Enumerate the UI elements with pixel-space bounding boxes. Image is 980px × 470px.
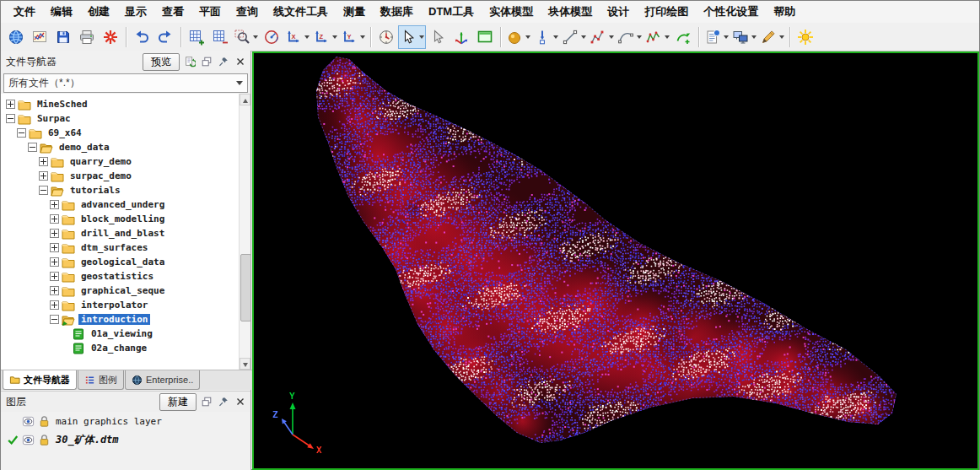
expand-icon[interactable] (39, 171, 48, 181)
layer-checkbox[interactable] (6, 415, 19, 428)
world-button[interactable] (4, 25, 28, 49)
axis-x-button[interactable]: X (283, 25, 311, 49)
scrollbar-thumb[interactable] (240, 254, 251, 321)
dropdown-arrow-icon[interactable] (360, 35, 365, 39)
save-button[interactable] (51, 25, 75, 49)
dropdown-arrow-icon[interactable] (609, 35, 614, 39)
profile-chart-button[interactable] (28, 25, 51, 49)
redo-button[interactable] (153, 25, 177, 49)
dropdown-arrow-icon[interactable] (637, 35, 642, 39)
tree-item-demo-data[interactable]: demo_data (1, 140, 250, 154)
pin-panel-icon[interactable] (216, 395, 230, 409)
menu-item-design[interactable]: 设计 (600, 1, 637, 23)
axis-y-button[interactable]: Y (339, 25, 367, 49)
tree-item-drill-and-blast[interactable]: drill_and_blast (1, 226, 250, 240)
menu-item-plane[interactable]: 平面 (191, 1, 229, 23)
menu-item-block-model[interactable]: 块体模型 (541, 1, 600, 23)
report-doc-button[interactable] (703, 25, 730, 49)
dropdown-arrow-icon[interactable] (419, 35, 424, 39)
tree-item-quarry-demo[interactable]: quarry_demo (1, 154, 250, 169)
digitise-point-button[interactable] (532, 25, 560, 49)
tree-item-tutorials[interactable]: tutorials (1, 183, 250, 197)
line-tool-button[interactable] (560, 25, 588, 49)
float-panel-icon[interactable] (199, 55, 213, 69)
tree-item-geostatistics[interactable]: geostatistics (1, 269, 250, 284)
expand-icon[interactable] (6, 100, 15, 109)
dropdown-arrow-icon[interactable] (525, 35, 530, 39)
tab-legend[interactable]: 图例 (78, 370, 124, 390)
menu-item-display[interactable]: 显示 (117, 1, 154, 23)
model-canvas[interactable] (254, 53, 977, 468)
menu-item-help[interactable]: 帮助 (766, 1, 803, 23)
viewport-window-button[interactable] (473, 25, 497, 49)
new-layer-button[interactable]: 新建 (159, 393, 197, 411)
layer-row[interactable]: main graphics layer (1, 412, 250, 430)
menu-item-dtm-tools[interactable]: DTM工具 (421, 1, 482, 23)
tree-scrollbar[interactable] (239, 94, 250, 370)
menu-item-solid-model[interactable]: 实体模型 (482, 1, 541, 23)
tree-item-surpac[interactable]: Surpac (1, 111, 250, 126)
menu-item-inquire[interactable]: 查询 (229, 1, 266, 23)
ball-button[interactable] (504, 25, 532, 49)
close-panel-icon[interactable] (233, 55, 247, 69)
tree-item-01a-viewing[interactable]: 01a_viewing (1, 327, 250, 341)
preview-button[interactable]: 预览 (143, 53, 180, 71)
redraw-star-button[interactable] (99, 25, 122, 49)
expand-icon[interactable] (50, 214, 59, 224)
float-panel-icon[interactable] (199, 395, 213, 409)
expand-icon[interactable] (50, 243, 59, 252)
tree-item-dtm-surfaces[interactable]: dtm_surfaces (1, 240, 250, 255)
menu-item-customise[interactable]: 个性化设置 (696, 1, 766, 23)
tree-item-block-modelling[interactable]: block_modelling (1, 212, 250, 226)
pencil-button[interactable] (758, 25, 786, 49)
tree-item-69-x64[interactable]: 69_x64 (1, 126, 250, 140)
3d-viewport[interactable] (252, 51, 979, 470)
zoom-magnifier-button[interactable] (232, 25, 260, 49)
tab-enterprise[interactable]: Enterprise.. (125, 370, 200, 390)
layer-row[interactable]: 30_矿体.dtm (1, 430, 250, 449)
zoom-out-grid-button[interactable] (208, 25, 232, 49)
pick-cursor-button[interactable] (426, 25, 450, 49)
menu-item-database[interactable]: 数据库 (373, 1, 421, 23)
menu-item-plotting[interactable]: 打印绘图 (637, 1, 696, 23)
undo-button[interactable] (130, 25, 153, 49)
tab-file-navigator[interactable]: 文件导航器 (3, 370, 77, 390)
expand-icon[interactable] (50, 200, 59, 209)
dropdown-arrow-icon[interactable] (751, 35, 757, 39)
visibility-eye-icon[interactable] (22, 434, 35, 446)
menu-item-edit[interactable]: 编辑 (43, 1, 80, 23)
tree-item-minesched[interactable]: MineSched (1, 97, 250, 111)
scroll-down-icon[interactable] (240, 358, 250, 370)
dropdown-arrow-icon[interactable] (724, 35, 729, 39)
dropdown-arrow-icon[interactable] (332, 35, 337, 39)
monitors-button[interactable] (730, 25, 758, 49)
collapse-icon[interactable] (6, 114, 15, 123)
sun-button[interactable] (794, 25, 817, 49)
collapse-icon[interactable] (50, 315, 59, 324)
dropdown-arrow-icon[interactable] (553, 35, 558, 39)
pin-panel-icon[interactable] (216, 55, 230, 69)
polyline-tool-button[interactable] (588, 25, 616, 49)
collapse-icon[interactable] (28, 143, 37, 152)
curve-tool-button[interactable] (616, 25, 643, 49)
scroll-up-icon[interactable] (240, 94, 250, 105)
tree-item-geological-data[interactable]: geological_data (1, 255, 250, 269)
file-filter-combobox[interactable]: 所有文件（*.*） (3, 73, 248, 93)
lock-icon[interactable] (38, 434, 51, 446)
expand-icon[interactable] (50, 257, 59, 267)
menu-item-string-tools[interactable]: 线文件工具 (266, 1, 336, 23)
menu-item-file[interactable]: 文件 (6, 1, 43, 23)
expand-icon[interactable] (50, 229, 59, 238)
dropdown-arrow-icon[interactable] (665, 35, 670, 39)
compass-clock-button[interactable] (374, 25, 398, 49)
expand-icon[interactable] (39, 157, 48, 166)
dropdown-arrow-icon[interactable] (253, 35, 258, 39)
insert-point-button[interactable] (671, 25, 695, 49)
expand-icon[interactable] (50, 272, 59, 281)
tree-item-graphical-seque[interactable]: graphical_seque (1, 284, 250, 298)
zoom-in-grid-button[interactable] (185, 25, 208, 49)
rotate-view-button[interactable] (260, 25, 283, 49)
dropdown-arrow-icon[interactable] (304, 35, 310, 39)
layer-checked-icon[interactable] (6, 434, 19, 446)
dropdown-arrow-icon[interactable] (779, 35, 784, 39)
